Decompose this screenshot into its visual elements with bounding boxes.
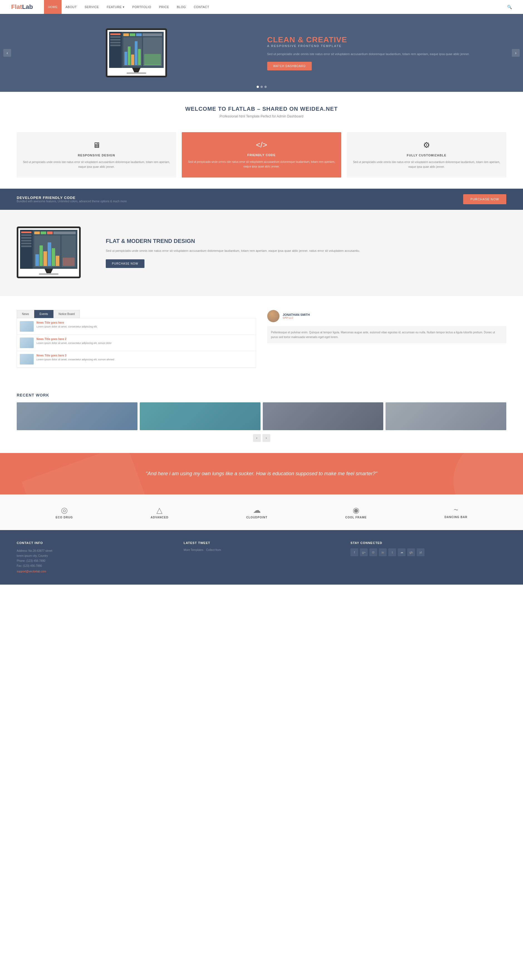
social-icon-7[interactable]: yt [417,549,424,556]
footer-address: Address: No.28-63877 street [17,549,172,554]
news-desc-0: Lorem ipsum dolor sit amet, consectetur … [37,325,97,329]
nav-item-portfolio[interactable]: Portfolio [128,0,155,14]
nav-item-about[interactable]: About [62,0,80,14]
cta-banner: DEVELOPER FRIENDLY CODE Bundled with awe… [0,189,523,210]
work-item-0[interactable] [17,402,137,430]
tab-notice-board[interactable]: Notice board [53,310,80,318]
social-icon-3[interactable]: in [379,549,387,556]
social-icon-6[interactable]: gh [407,549,415,556]
hero-content: CLEAN & CREATIVE A RESPONSIVE FRONTEND T… [256,35,507,70]
hero-monitor [106,29,167,77]
tab-events[interactable]: Events [34,310,53,318]
news-thumb-0 [20,321,33,332]
testimonial: JONATHAN SMITH GRP LLC Pellentesque et p… [267,310,507,368]
nav-item-service[interactable]: Service [81,0,103,14]
navbar: FlatLab HomeAboutServiceFeature ▾Portfol… [0,0,523,14]
client-name-0: ECO DRUG [56,516,73,519]
news-title-0[interactable]: News Title goes here [37,321,97,324]
nav-link-blog[interactable]: Blog [173,0,190,14]
news-title-2[interactable]: News Title goes here 3 [37,354,114,357]
nav-link-portfolio[interactable]: Portfolio [128,0,155,14]
trend-title: FLAT & MODERN TREND DESIGN [106,238,506,244]
news-content-2: News Title goes here 3Lorem ipsum dolor … [37,354,114,362]
client-name-4: Dancing Bar [445,515,467,519]
nav-link-about[interactable]: About [62,0,80,14]
tab-bar: NewsEventsNotice board [17,310,256,318]
cta-description: Bundled with awesome features, Unlimited… [17,200,458,203]
feature-card-1: </>FRIENDLY CODESed ut perspiciatis unde… [182,132,341,178]
news-item-0: News Title goes hereLorem ipsum dolor si… [17,318,256,335]
feature-desc-1: Sed ut perspiciatis unde omnis iste natu… [187,159,336,169]
work-navigation: ‹ › [17,434,506,442]
nav-link-service[interactable]: Service [81,0,103,14]
work-prev-button[interactable]: ‹ [253,434,261,442]
hero-dot-1[interactable] [257,86,259,88]
social-icon-4[interactable]: t [388,549,396,556]
news-item-2: News Title goes here 3Lorem ipsum dolor … [17,351,256,368]
social-icon-0[interactable]: f [351,549,358,556]
footer-contact-title: CONTACT INFO [17,541,172,544]
nav-item-blog[interactable]: Blog [173,0,190,14]
hero-title: CLEAN & CREATIVE [267,35,507,44]
work-item-3[interactable] [386,402,506,430]
news-section: NewsEventsNotice board News Title goes h… [0,296,523,382]
cta-text: DEVELOPER FRIENDLY CODE Bundled with awe… [17,196,458,203]
hero-next-arrow[interactable]: › [512,49,520,57]
recent-work-title: RECENT WORK [17,393,506,397]
news-desc-2: Lorem ipsum dolor sit amet, consectetur … [37,358,114,362]
work-item-2[interactable] [263,402,384,430]
clients-section: ◎ECO DRUG△ADVANCED☁cloudpoint◉Cool Frame… [0,495,523,530]
hero-prev-arrow[interactable]: ‹ [3,49,11,57]
client-logo-4: ~Dancing Bar [445,506,467,519]
hero-dot-3[interactable] [265,86,267,88]
footer-city: lorem ipsum city, Country [17,554,172,558]
footer-tweet: LATEST TWEET More Templates Collect from [184,541,340,573]
feature-desc-2: Sed ut perspiciatis unde omnis iste natu… [352,160,501,169]
quote-body: "And here i am using my own lungs like a… [28,470,495,478]
social-icon-2[interactable]: ◎ [369,549,377,556]
hero-dots [257,86,267,88]
hero-dot-2[interactable] [260,86,263,88]
nav-link-contact[interactable]: Contact [190,0,213,14]
nav-item-contact[interactable]: Contact [190,0,213,14]
footer-tweet-link2[interactable]: Collect from [206,549,221,552]
nav-link-feature[interactable]: Feature ▾ [103,0,128,14]
social-icon-1[interactable]: g+ [360,549,368,556]
search-icon[interactable]: 🔍 [507,5,512,9]
news-thumb-1 [20,337,33,348]
footer-phone: Phone: (123) 456-7890 [17,558,172,563]
logo[interactable]: FlatLab [11,3,33,11]
work-item-1[interactable] [140,402,260,430]
recent-work-section: RECENT WORK ‹ › [0,382,523,453]
hero-cta-button[interactable]: WATCH DASHBOARD [267,62,312,70]
news-tabs: NewsEventsNotice board News Title goes h… [17,310,256,368]
trend-purchase-button[interactable]: PURCHASE NOW [106,259,145,268]
hero-image [17,29,256,77]
welcome-title: WELCOME TO FLATLAB – SHARED ON WEIDEA.NE… [11,106,512,112]
nav-item-price[interactable]: Price [155,0,173,14]
news-list: News Title goes hereLorem ipsum dolor si… [17,318,256,368]
logo-lab: Lab [22,3,33,10]
client-logo-1: △ADVANCED [151,506,168,519]
cta-purchase-button[interactable]: PURCHASE NOW [463,194,506,204]
hero-section: ‹ [0,14,523,92]
work-image-0 [17,402,137,430]
footer-tweet-link1[interactable]: More Templates [184,549,204,552]
nav-link-home[interactable]: Home [44,0,62,14]
work-next-button[interactable]: › [263,434,270,442]
footer-email-link[interactable]: support@vectorlab.com [17,570,46,573]
nav-link-price[interactable]: Price [155,0,173,14]
nav-item-feature[interactable]: Feature ▾ [103,0,128,14]
welcome-subtitle: Professional html Template Perfect for A… [11,115,512,118]
news-item-1: News Title goes here 2Lorem ipsum dolor … [17,335,256,351]
testimonial-name: JONATHAN SMITH GRP LLC [283,313,310,319]
trend-monitor-image [17,226,89,279]
footer: CONTACT INFO Address: No.28-63877 street… [0,530,523,585]
footer-social-title: STAY CONNECTED [351,541,506,544]
news-title-1[interactable]: News Title goes here 2 [37,337,112,340]
tab-news[interactable]: News [17,310,34,318]
nav-item-home[interactable]: Home [44,0,62,14]
footer-tweet-title: LATEST TWEET [184,541,340,544]
social-icon-5[interactable]: ☁ [398,549,405,556]
feature-icon-0: 🖥 [22,140,171,150]
